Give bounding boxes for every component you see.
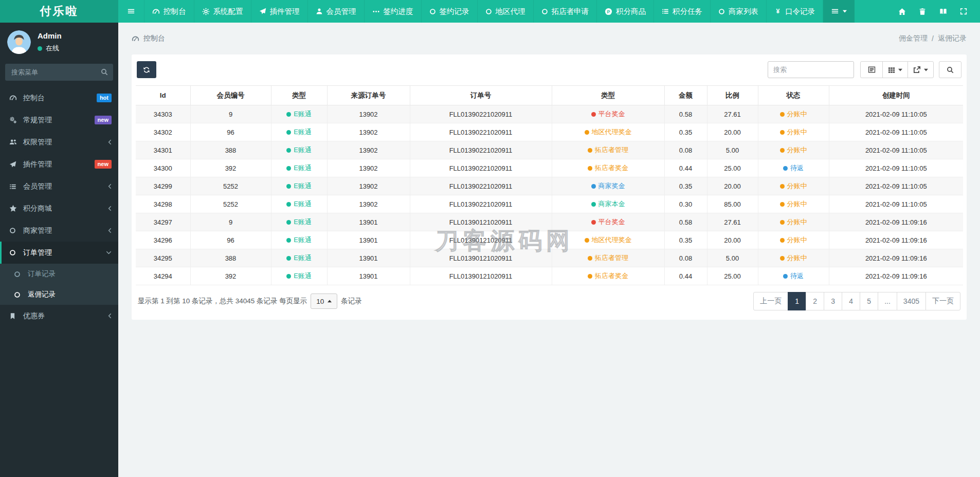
breadcrumb-section[interactable]: 佣金管理 [899,34,928,43]
nav-item-label: 商家列表 [729,7,758,16]
status-dot [591,202,596,207]
cell-bonus-label: 拓店者管理 [595,146,628,154]
page-button[interactable]: 3405 [897,292,926,310]
sidebar-item[interactable]: 控制台hot [0,87,118,109]
chevron-left-icon [108,313,112,319]
table-header-cell[interactable]: 金额 [664,86,707,105]
nav-item[interactable]: 系统配置 [194,0,251,23]
cell-account: E账通 [271,177,327,195]
cell-account: E账通 [271,267,327,285]
cell-member: 9 [190,105,271,123]
table-header-cell[interactable]: 类型 [271,86,327,105]
page-button[interactable]: 上一页 [753,292,788,310]
cell-account: E账通 [271,249,327,267]
breadcrumb-page[interactable]: 返佣记录 [938,34,967,43]
search-toggle-button[interactable] [939,61,961,78]
status-dot [585,238,589,243]
cell-source: 13902 [327,195,410,213]
cell-ratio: 5.00 [707,249,758,267]
page-size-dropdown[interactable]: 10 [311,293,337,309]
cell-status: 分账中 [758,141,829,159]
sidebar-toggle-button[interactable] [118,0,144,23]
page-button[interactable]: 4 [842,292,860,310]
nav-list-dropdown[interactable] [823,0,855,23]
table-header-cell[interactable]: 比例 [707,86,758,105]
plane-icon [9,161,23,168]
docs-button[interactable] [933,0,953,23]
sidebar-item[interactable]: 常规管理new [0,109,118,131]
columns-button[interactable] [882,61,908,78]
nav-item[interactable]: 拓店者申请 [534,0,597,23]
sidebar-item[interactable]: 订单管理 [0,242,118,264]
status-dot [780,148,785,153]
cell-time: 2021-02-09 11:10:05 [829,105,963,123]
fullscreen-button[interactable] [953,0,974,23]
nav-item[interactable]: ¥口令记录 [767,0,823,23]
nav-item[interactable]: 签约进度 [365,0,422,23]
nav-item[interactable]: 会员管理 [308,0,365,23]
nav-item[interactable]: 地区代理 [478,0,534,23]
home-button[interactable] [892,0,912,23]
cell-member: 9 [190,213,271,231]
home-icon [898,8,906,15]
trash-icon [919,8,926,15]
table-header-cell[interactable]: 状态 [758,86,829,105]
table-header-cell[interactable]: 类型 [552,86,664,105]
gear-icon [202,8,210,15]
sidebar-item[interactable]: 积分商城 [0,197,118,219]
sidebar-item-label: 控制台 [23,94,45,103]
breadcrumb-home[interactable]: 控制台 [132,34,165,43]
status-dot [780,238,785,243]
nav-item[interactable]: 商家列表 [711,0,767,23]
status-dot [588,148,592,153]
export-button[interactable] [908,61,934,78]
menu-search-input[interactable] [5,64,113,81]
status-dot [286,274,291,279]
table-search-input[interactable] [768,61,854,78]
sidebar-item[interactable]: 优惠券 [0,305,118,327]
table-toolbar [137,61,961,78]
cell-id: 34295 [136,249,190,267]
status-dot [286,202,291,207]
nav-item[interactable]: 插件管理 [251,0,308,23]
nav-item[interactable]: 签约记录 [422,0,478,23]
detail-view-button[interactable] [860,61,883,78]
table-header-cell[interactable]: 创建时间 [829,86,963,105]
status-dot [588,256,592,261]
table-header-cell[interactable]: 订单号 [410,86,552,105]
sidebar-subitem[interactable]: 返佣记录 [0,284,118,305]
table-header-cell[interactable]: 来源订单号 [327,86,410,105]
list-icon [9,183,23,190]
page-button[interactable]: 3 [824,292,842,310]
page-button[interactable]: 1 [788,292,806,310]
page-button[interactable]: 5 [860,292,878,310]
table-header-cell[interactable]: 会员编号 [190,86,271,105]
page-button[interactable]: 2 [806,292,824,310]
cell-time: 2021-02-09 11:09:16 [829,249,963,267]
svg-text:P: P [607,9,610,14]
cell-member: 388 [190,141,271,159]
status-dot [588,166,592,171]
cell-id: 34303 [136,105,190,123]
sidebar-item[interactable]: 插件管理new [0,153,118,175]
nav-item[interactable]: P积分商品 [597,0,654,23]
sidebar-item[interactable]: 权限管理 [0,131,118,153]
page-button[interactable]: 下一页 [925,292,960,310]
refresh-button[interactable] [137,61,156,78]
table-header-cell[interactable]: Id [136,86,190,105]
page-button[interactable]: ... [878,292,897,310]
export-icon [913,66,921,74]
circle-icon [429,8,436,15]
status-dot [780,130,785,135]
sidebar-item[interactable]: 商家管理 [0,219,118,242]
clear-cache-button[interactable] [912,0,933,23]
page-card: Id会员编号类型来源订单号订单号类型金额比例状态创建时间 343039E账通13… [132,54,967,320]
user-panel: Admin 在线 [0,23,118,61]
breadcrumb-separator: / [932,34,934,43]
sidebar-item[interactable]: 会员管理 [0,175,118,197]
nav-item[interactable]: 积分任务 [654,0,711,23]
cell-account-label: E账通 [294,146,312,154]
sidebar-subitem[interactable]: 订单记录 [0,264,118,284]
nav-item[interactable]: 控制台 [144,0,194,23]
navbar-user[interactable]: Admin [974,0,980,23]
